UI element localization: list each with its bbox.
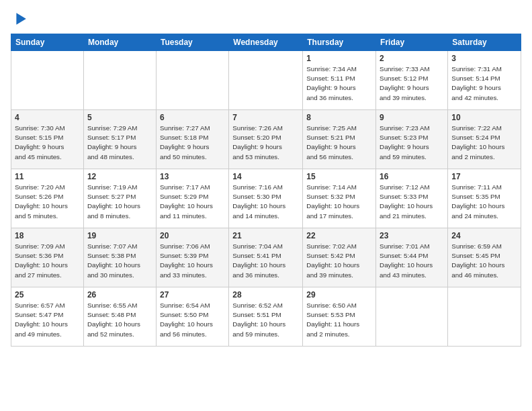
day-info: Sunrise: 7:14 AM Sunset: 5:32 PM Dayligh… — [306, 183, 372, 221]
day-info: Sunrise: 7:25 AM Sunset: 5:21 PM Dayligh… — [306, 124, 372, 162]
day-info: Sunrise: 7:23 AM Sunset: 5:23 PM Dayligh… — [380, 124, 444, 162]
page: SundayMondayTuesdayWednesdayThursdayFrid… — [0, 0, 532, 353]
day-number: 24 — [451, 231, 517, 240]
calendar-cell: 12Sunrise: 7:19 AM Sunset: 5:27 PM Dayli… — [83, 169, 156, 228]
calendar-cell: 29Sunrise: 6:50 AM Sunset: 5:53 PM Dayli… — [303, 287, 376, 347]
calendar-cell: 24Sunrise: 6:59 AM Sunset: 5:45 PM Dayli… — [448, 228, 521, 287]
calendar-cell: 22Sunrise: 7:02 AM Sunset: 5:42 PM Dayli… — [303, 228, 376, 287]
day-number: 27 — [160, 290, 225, 300]
day-info: Sunrise: 7:04 AM Sunset: 5:41 PM Dayligh… — [232, 242, 299, 280]
day-number: 14 — [232, 172, 299, 181]
day-number: 19 — [87, 231, 152, 240]
day-number: 15 — [306, 172, 372, 181]
day-info: Sunrise: 7:06 AM Sunset: 5:39 PM Dayligh… — [160, 242, 225, 280]
day-info: Sunrise: 7:09 AM Sunset: 5:36 PM Dayligh… — [15, 242, 80, 280]
calendar-cell — [156, 51, 228, 110]
day-info: Sunrise: 7:20 AM Sunset: 5:26 PM Dayligh… — [15, 183, 80, 221]
calendar-table: SundayMondayTuesdayWednesdayThursdayFrid… — [11, 34, 521, 347]
calendar-cell: 10Sunrise: 7:22 AM Sunset: 5:24 PM Dayli… — [448, 110, 521, 169]
calendar-cell: 19Sunrise: 7:07 AM Sunset: 5:38 PM Dayli… — [83, 228, 156, 287]
calendar-header-saturday: Saturday — [448, 34, 521, 51]
calendar-cell: 20Sunrise: 7:06 AM Sunset: 5:39 PM Dayli… — [156, 228, 228, 287]
calendar-cell: 27Sunrise: 6:54 AM Sunset: 5:50 PM Dayli… — [156, 287, 228, 347]
day-info: Sunrise: 7:29 AM Sunset: 5:17 PM Dayligh… — [87, 124, 152, 162]
day-info: Sunrise: 7:33 AM Sunset: 5:12 PM Dayligh… — [380, 64, 444, 103]
calendar-header-monday: Monday — [83, 34, 156, 51]
calendar-cell — [83, 51, 156, 110]
calendar-week-row: 1Sunrise: 7:34 AM Sunset: 5:11 PM Daylig… — [11, 51, 521, 110]
calendar-cell: 11Sunrise: 7:20 AM Sunset: 5:26 PM Dayli… — [11, 169, 84, 228]
header — [11, 11, 521, 27]
day-number: 18 — [15, 231, 80, 240]
day-number: 4 — [15, 113, 80, 122]
day-number: 7 — [232, 113, 299, 122]
day-number: 12 — [87, 172, 152, 181]
calendar-cell — [11, 51, 84, 110]
day-info: Sunrise: 7:11 AM Sunset: 5:35 PM Dayligh… — [451, 183, 517, 221]
day-info: Sunrise: 7:19 AM Sunset: 5:27 PM Dayligh… — [87, 183, 152, 221]
day-info: Sunrise: 7:34 AM Sunset: 5:11 PM Dayligh… — [306, 64, 372, 103]
day-number: 13 — [160, 172, 225, 181]
calendar-cell — [448, 287, 521, 347]
day-number: 20 — [160, 231, 225, 240]
calendar-cell: 13Sunrise: 7:17 AM Sunset: 5:29 PM Dayli… — [156, 169, 228, 228]
day-info: Sunrise: 6:57 AM Sunset: 5:47 PM Dayligh… — [15, 301, 80, 339]
day-info: Sunrise: 7:30 AM Sunset: 5:15 PM Dayligh… — [15, 124, 80, 162]
calendar-cell: 18Sunrise: 7:09 AM Sunset: 5:36 PM Dayli… — [11, 228, 84, 287]
day-number: 2 — [380, 54, 444, 63]
calendar-cell: 23Sunrise: 7:01 AM Sunset: 5:44 PM Dayli… — [376, 228, 448, 287]
day-info: Sunrise: 6:59 AM Sunset: 5:45 PM Dayligh… — [451, 242, 517, 280]
calendar-header-row: SundayMondayTuesdayWednesdayThursdayFrid… — [11, 34, 521, 51]
calendar-cell — [376, 287, 448, 347]
day-number: 11 — [15, 172, 80, 181]
day-number: 5 — [87, 113, 152, 122]
day-number: 6 — [160, 113, 225, 122]
day-number: 3 — [451, 54, 517, 63]
day-number: 10 — [451, 113, 517, 122]
calendar-cell: 17Sunrise: 7:11 AM Sunset: 5:35 PM Dayli… — [448, 169, 521, 228]
calendar-cell — [229, 51, 303, 110]
calendar-cell: 15Sunrise: 7:14 AM Sunset: 5:32 PM Dayli… — [303, 169, 376, 228]
calendar-header-friday: Friday — [376, 34, 448, 51]
calendar-header-sunday: Sunday — [11, 34, 84, 51]
day-info: Sunrise: 6:54 AM Sunset: 5:50 PM Dayligh… — [160, 301, 225, 339]
calendar-cell: 4Sunrise: 7:30 AM Sunset: 5:15 PM Daylig… — [11, 110, 84, 169]
day-info: Sunrise: 6:55 AM Sunset: 5:48 PM Dayligh… — [87, 301, 152, 339]
calendar-cell: 8Sunrise: 7:25 AM Sunset: 5:21 PM Daylig… — [303, 110, 376, 169]
day-number: 21 — [232, 231, 299, 240]
day-number: 29 — [306, 290, 372, 300]
day-number: 23 — [380, 231, 444, 240]
calendar-cell: 21Sunrise: 7:04 AM Sunset: 5:41 PM Dayli… — [229, 228, 303, 287]
day-info: Sunrise: 7:07 AM Sunset: 5:38 PM Dayligh… — [87, 242, 152, 280]
day-info: Sunrise: 7:01 AM Sunset: 5:44 PM Dayligh… — [380, 242, 444, 280]
logo-icon — [12, 11, 28, 27]
day-number: 9 — [380, 113, 444, 122]
day-info: Sunrise: 6:50 AM Sunset: 5:53 PM Dayligh… — [306, 301, 372, 339]
calendar-week-row: 11Sunrise: 7:20 AM Sunset: 5:26 PM Dayli… — [11, 169, 521, 228]
calendar-cell: 7Sunrise: 7:26 AM Sunset: 5:20 PM Daylig… — [229, 110, 303, 169]
calendar-cell: 9Sunrise: 7:23 AM Sunset: 5:23 PM Daylig… — [376, 110, 448, 169]
day-number: 1 — [306, 54, 372, 63]
calendar-cell: 25Sunrise: 6:57 AM Sunset: 5:47 PM Dayli… — [11, 287, 84, 347]
svg-marker-0 — [16, 13, 26, 25]
calendar-header-thursday: Thursday — [303, 34, 376, 51]
calendar-cell: 14Sunrise: 7:16 AM Sunset: 5:30 PM Dayli… — [229, 169, 303, 228]
calendar-header-tuesday: Tuesday — [156, 34, 228, 51]
logo — [11, 11, 28, 27]
day-info: Sunrise: 7:02 AM Sunset: 5:42 PM Dayligh… — [306, 242, 372, 280]
day-number: 26 — [87, 290, 152, 300]
day-info: Sunrise: 7:17 AM Sunset: 5:29 PM Dayligh… — [160, 183, 225, 221]
day-info: Sunrise: 7:22 AM Sunset: 5:24 PM Dayligh… — [451, 124, 517, 162]
calendar-week-row: 18Sunrise: 7:09 AM Sunset: 5:36 PM Dayli… — [11, 228, 521, 287]
day-number: 28 — [232, 290, 299, 300]
day-number: 16 — [380, 172, 444, 181]
calendar-cell: 16Sunrise: 7:12 AM Sunset: 5:33 PM Dayli… — [376, 169, 448, 228]
day-info: Sunrise: 7:16 AM Sunset: 5:30 PM Dayligh… — [232, 183, 299, 221]
calendar-cell: 28Sunrise: 6:52 AM Sunset: 5:51 PM Dayli… — [229, 287, 303, 347]
day-number: 25 — [15, 290, 80, 300]
day-info: Sunrise: 7:31 AM Sunset: 5:14 PM Dayligh… — [451, 64, 517, 103]
day-info: Sunrise: 7:12 AM Sunset: 5:33 PM Dayligh… — [380, 183, 444, 221]
day-info: Sunrise: 7:27 AM Sunset: 5:18 PM Dayligh… — [160, 124, 225, 162]
calendar-cell: 3Sunrise: 7:31 AM Sunset: 5:14 PM Daylig… — [448, 51, 521, 110]
calendar-cell: 5Sunrise: 7:29 AM Sunset: 5:17 PM Daylig… — [83, 110, 156, 169]
